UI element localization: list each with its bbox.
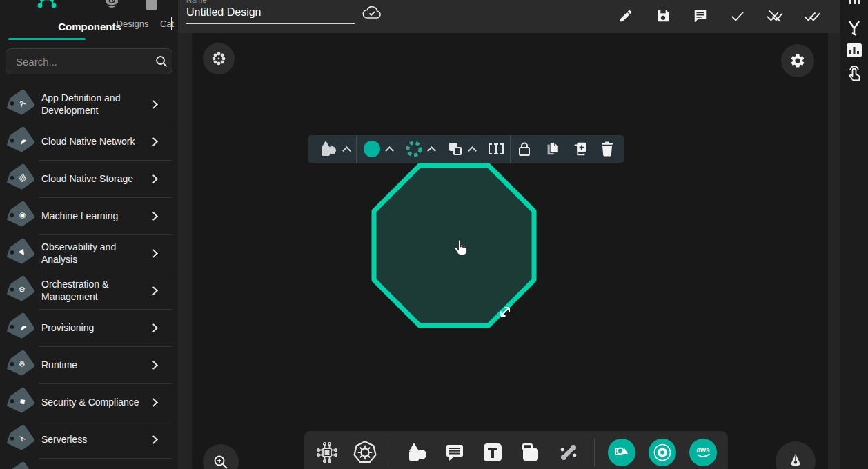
edge-tool-icon[interactable] — [556, 440, 581, 465]
right-rail — [840, 0, 868, 469]
shape-picker-icon — [317, 139, 338, 159]
tab-components[interactable]: Components — [4, 0, 90, 41]
header-actions — [617, 7, 821, 25]
rename-icon[interactable] — [482, 135, 510, 163]
note-tool-icon[interactable] — [518, 440, 543, 465]
design-canvas[interactable]: aws — [178, 33, 840, 469]
category-cloud-native-network[interactable]: ☁ Cloud Native Network — [0, 123, 178, 160]
category-serverless[interactable]: λ Serverless — [0, 421, 178, 458]
svg-text:aws: aws — [697, 446, 710, 454]
pen-tool-button[interactable] — [776, 441, 816, 469]
tag-icon: λ — [3, 424, 36, 455]
category-label: Cloud Native Storage — [41, 172, 150, 185]
category-label: Runtime — [41, 359, 150, 371]
tag-icon: ☁ — [3, 126, 36, 157]
canvas-right-gutter — [828, 33, 840, 469]
category-observability[interactable]: ▼ Observability and Analysis — [0, 234, 178, 272]
category-tools[interactable]: ✂ Tools — [0, 458, 178, 469]
category-security[interactable]: ◆ Security & Compliance — [0, 383, 178, 421]
tag-icon: ▼ — [3, 238, 36, 268]
search-icon[interactable] — [155, 54, 168, 68]
hexagon-group-button[interactable] — [649, 439, 676, 466]
chevron-right-icon — [149, 361, 158, 370]
fill-color-icon — [363, 140, 381, 158]
fill-color-dropdown[interactable] — [357, 140, 399, 158]
toolbar-divider — [594, 439, 595, 466]
zoom-in-button[interactable] — [203, 444, 239, 469]
category-label: App Definition and Development — [41, 92, 150, 117]
category-orchestration[interactable]: ⚙ Orchestration & Management — [0, 272, 178, 309]
merge-y-icon[interactable] — [846, 19, 862, 37]
pen-nib-icon — [787, 452, 805, 469]
comment-tool-icon[interactable] — [442, 440, 467, 465]
save-icon[interactable] — [654, 7, 672, 25]
active-tab-underline — [8, 38, 86, 40]
chevron-right-icon — [149, 398, 158, 407]
category-label: Observability and Analysis — [41, 241, 150, 266]
bar-chart-icon[interactable] — [846, 43, 862, 58]
hand-pointer-cursor — [453, 239, 469, 258]
text-tool-icon[interactable] — [480, 440, 505, 465]
stroke-style-dropdown[interactable] — [399, 140, 441, 158]
delete-icon[interactable] — [593, 135, 621, 163]
component-search — [6, 48, 172, 74]
shapes-icon[interactable] — [404, 440, 429, 465]
kubernetes-icon[interactable] — [353, 440, 377, 465]
category-cloud-native-storage[interactable]: ▤ Cloud Native Storage — [0, 160, 178, 197]
canvas-left-gutter — [178, 33, 192, 469]
edit-pencil-icon[interactable] — [617, 7, 635, 25]
sidebar-tabs: Components Designs Cat — [0, 0, 178, 41]
category-label: Serverless — [41, 433, 150, 446]
tab-designs[interactable]: Designs — [91, 0, 132, 41]
check-icon[interactable] — [729, 7, 747, 25]
tag-icon: A — [3, 89, 36, 119]
tag-icon: ◉ — [3, 201, 36, 231]
double-check-crossed-icon[interactable] — [766, 7, 784, 25]
lock-icon[interactable] — [511, 135, 538, 163]
category-label: Provisioning — [41, 321, 150, 334]
tag-icon: ▤ — [3, 163, 36, 194]
arrange-dropdown[interactable] — [441, 141, 482, 157]
design-name-input[interactable] — [186, 6, 355, 24]
hexagon-group-icon — [653, 443, 671, 461]
canvas-settings-button[interactable] — [781, 44, 814, 77]
aws-group-button[interactable]: aws — [689, 439, 717, 466]
chevron-right-icon — [149, 100, 158, 109]
shape-picker-dropdown[interactable] — [311, 139, 356, 159]
category-app-definition[interactable]: A App Definition and Development — [0, 86, 178, 123]
category-label: Security & Compliance — [41, 396, 150, 408]
tag-icon: ⚙ — [3, 350, 36, 380]
category-provisioning[interactable]: ☁ Provisioning — [0, 309, 178, 346]
table-icon[interactable] — [847, 0, 861, 6]
chevron-right-icon — [149, 174, 158, 183]
search-input[interactable] — [14, 55, 155, 68]
flower-button[interactable] — [203, 43, 235, 74]
diagonal-resize-arrow[interactable] — [497, 303, 513, 320]
tag-icon: ⚙ — [3, 275, 36, 306]
shapes-group-icon — [614, 445, 629, 460]
category-list: A App Definition and Development ☁ Cloud… — [0, 86, 178, 469]
chevron-right-icon — [149, 249, 158, 258]
arrange-icon — [447, 141, 464, 157]
category-machine-learning[interactable]: ◉ Machine Learning — [0, 197, 178, 234]
design-header: Name — [178, 0, 840, 33]
shapes-group-button[interactable] — [608, 439, 635, 466]
double-check-icon[interactable] — [803, 7, 821, 25]
copy-add-icon[interactable] — [566, 135, 593, 163]
chevron-up-icon — [342, 146, 351, 155]
duplicate-icon[interactable] — [538, 135, 566, 163]
chevron-right-icon — [149, 137, 158, 146]
category-label: Cloud Native Network — [41, 135, 150, 148]
shape-toolbar — [308, 135, 624, 163]
category-runtime[interactable]: ⚙ Runtime — [0, 346, 178, 383]
component-chip-icon[interactable] — [315, 440, 339, 465]
chevron-right-icon[interactable] — [171, 18, 172, 30]
touch-icon[interactable] — [847, 65, 862, 83]
category-label: Machine Learning — [41, 210, 150, 222]
flower-icon — [211, 51, 226, 66]
tag-icon: ☁ — [3, 312, 36, 343]
tab-catalog[interactable]: Cat — [137, 0, 167, 41]
toolbar-divider — [391, 439, 391, 466]
components-sidebar: Components Designs Cat — [0, 0, 178, 469]
comment-icon[interactable] — [691, 7, 709, 25]
